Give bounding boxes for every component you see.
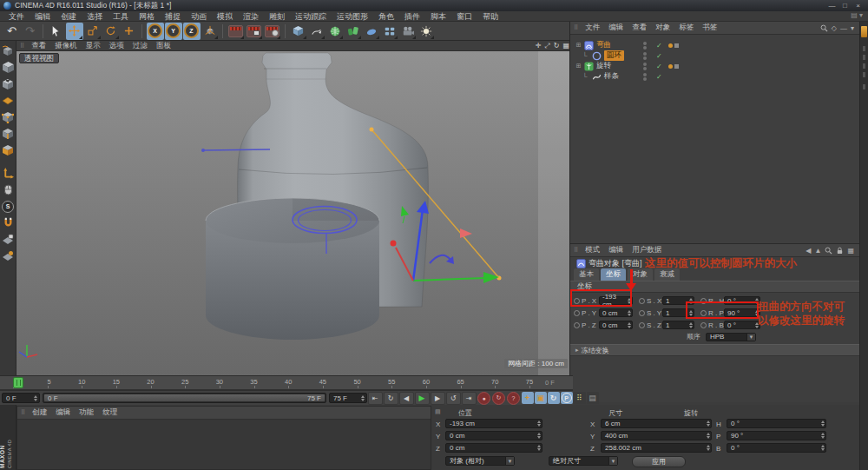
viewport-canvas[interactable] bbox=[16, 51, 573, 376]
last-tool-icon[interactable] bbox=[121, 23, 138, 40]
layout-switcher[interactable]: ▤ ▾ bbox=[851, 11, 868, 19]
coordinate-system-icon[interactable] bbox=[201, 23, 219, 40]
object-tags[interactable] bbox=[668, 43, 679, 48]
panel-grip-icon[interactable]: ⠿ bbox=[574, 247, 578, 254]
make-editable-icon[interactable] bbox=[0, 43, 16, 59]
zoom-view-icon[interactable]: ⤢ bbox=[544, 42, 549, 50]
mode-object-dropdown[interactable]: 对象 (相对)▼ bbox=[445, 456, 515, 466]
undo-icon[interactable]: ↶ bbox=[3, 23, 21, 40]
menu-item[interactable]: 运动图形 bbox=[332, 11, 373, 22]
pos-y-field[interactable]: 0 cm bbox=[445, 431, 542, 440]
sz-field[interactable]: 1 bbox=[662, 321, 694, 329]
previous-frame-icon[interactable]: ◀ bbox=[399, 392, 414, 405]
object-row-bend[interactable]: ⊞ 弯曲 ✓ bbox=[570, 40, 859, 50]
rotate-view-icon[interactable]: ↻ bbox=[554, 42, 560, 50]
lock-workplane-icon[interactable] bbox=[0, 231, 16, 248]
goto-start-icon[interactable]: ⇤ bbox=[368, 392, 383, 405]
solo-mode-icon[interactable]: S bbox=[0, 198, 16, 215]
order-dropdown[interactable]: HPB▼ bbox=[706, 333, 756, 341]
material-menu-item[interactable]: 纹理 bbox=[98, 407, 122, 418]
key-scale-icon[interactable]: ▣ bbox=[535, 392, 547, 404]
pos-x-field[interactable]: -193 cm bbox=[445, 419, 542, 428]
viewport-menu-item[interactable]: 查看 bbox=[27, 41, 50, 51]
play-icon[interactable]: ▶ bbox=[415, 392, 430, 405]
minimize-panel-icon[interactable]: — bbox=[840, 24, 847, 32]
lock-z-axis-icon[interactable]: Z bbox=[183, 23, 201, 40]
object-row-lathe[interactable]: ⊞ 旋转 ✓ bbox=[570, 61, 859, 71]
timeline-playhead[interactable] bbox=[13, 377, 23, 388]
layout-tab-icon[interactable] bbox=[861, 26, 867, 37]
expand-icon[interactable]: ⊞ bbox=[575, 42, 582, 49]
filter-icon[interactable]: ◇ bbox=[832, 24, 837, 32]
lock-icon[interactable] bbox=[836, 247, 844, 255]
add-cube-icon[interactable] bbox=[290, 23, 307, 40]
environment-icon[interactable] bbox=[363, 23, 380, 40]
mode-size-dropdown[interactable]: 绝对尺寸▼ bbox=[549, 456, 618, 466]
viewport-menu-item[interactable]: 过滤 bbox=[128, 41, 152, 51]
panel-grip-icon[interactable]: ⠿ bbox=[574, 24, 578, 31]
viewport-menu-item[interactable]: 显示 bbox=[82, 41, 105, 51]
render-picture-viewer-icon[interactable] bbox=[246, 23, 263, 40]
key-filter-icon[interactable]: ▤ bbox=[587, 392, 599, 404]
object-manager-menu-item[interactable]: 对象 bbox=[651, 23, 674, 33]
nav-up-icon[interactable]: ▲ bbox=[815, 247, 822, 255]
edit-render-settings-icon[interactable] bbox=[264, 23, 281, 40]
object-row-circle[interactable]: └ 圆环 ✓ bbox=[570, 50, 859, 61]
pan-view-icon[interactable]: ✛ bbox=[536, 42, 542, 50]
menu-item[interactable]: 工具 bbox=[108, 11, 134, 22]
menu-item[interactable]: 模拟 bbox=[212, 11, 238, 22]
key-position-icon[interactable]: + bbox=[522, 392, 534, 404]
object-manager-menu-item[interactable]: 查看 bbox=[628, 23, 651, 33]
live-selection-icon[interactable] bbox=[48, 23, 65, 40]
enable-axis-icon[interactable] bbox=[0, 165, 16, 182]
visibility-dots-icon[interactable] bbox=[643, 42, 647, 50]
rot-p-field[interactable]: 90 ° bbox=[727, 431, 826, 440]
panel-grip-icon[interactable]: ▤ bbox=[435, 408, 441, 415]
key-parameter-icon[interactable]: P bbox=[561, 392, 573, 404]
menu-item[interactable]: 角色 bbox=[373, 11, 399, 22]
material-menu-item[interactable]: 功能 bbox=[75, 407, 98, 418]
pos-z-field[interactable]: 0 cm bbox=[445, 443, 542, 453]
viewport-menu-item[interactable]: 选项 bbox=[105, 41, 128, 51]
polygons-mode-icon[interactable] bbox=[0, 142, 16, 158]
play-backwards-icon[interactable]: ↻ bbox=[384, 392, 398, 405]
light-icon[interactable] bbox=[418, 23, 435, 40]
menu-item[interactable]: 创建 bbox=[56, 11, 82, 22]
viewport-solo-icon[interactable] bbox=[0, 182, 16, 198]
menu-item[interactable]: 脚本 bbox=[425, 11, 451, 22]
edges-mode-icon[interactable] bbox=[0, 125, 16, 142]
goto-end-icon[interactable]: ⇥ bbox=[462, 392, 477, 405]
panel-grip-icon[interactable]: ⠿ bbox=[21, 409, 25, 416]
scale-tool-icon[interactable] bbox=[84, 23, 102, 40]
frame-range-slider[interactable]: 0 F 75 F bbox=[43, 393, 326, 403]
tab-basic[interactable]: 基本 bbox=[574, 268, 599, 281]
menu-item[interactable]: 帮助 bbox=[477, 11, 503, 22]
points-mode-icon[interactable] bbox=[0, 109, 16, 125]
panel-menu-icon[interactable]: ▾ bbox=[851, 24, 854, 32]
object-manager-menu-item[interactable]: 标签 bbox=[674, 23, 698, 33]
maximize-button[interactable]: □ bbox=[838, 2, 852, 10]
menu-item[interactable]: 文件 bbox=[3, 11, 30, 22]
subdivision-surface-icon[interactable] bbox=[326, 23, 344, 40]
keyframe-selection-icon[interactable]: ? bbox=[507, 392, 520, 405]
enabled-check-icon[interactable]: ✓ bbox=[656, 73, 662, 81]
menu-item[interactable]: 捕捉 bbox=[160, 11, 186, 22]
size-x-field[interactable]: 6 cm bbox=[601, 419, 712, 428]
menu-item[interactable]: 窗口 bbox=[451, 11, 477, 22]
py-field[interactable]: 0 cm bbox=[599, 308, 633, 317]
camera-icon[interactable] bbox=[399, 23, 417, 40]
deformers-icon[interactable] bbox=[345, 23, 362, 40]
object-manager-menu-item[interactable]: 文件 bbox=[581, 23, 604, 33]
workplane-snap-icon[interactable] bbox=[0, 248, 16, 264]
menu-item[interactable]: 插件 bbox=[399, 11, 425, 22]
current-frame-field[interactable]: 0 F bbox=[2, 393, 40, 403]
model-mode-icon[interactable] bbox=[0, 59, 16, 76]
visibility-dots-icon[interactable] bbox=[643, 63, 647, 70]
history-back-icon[interactable]: ◀ bbox=[806, 247, 811, 255]
search-icon[interactable] bbox=[825, 247, 832, 255]
rb-field[interactable]: 0 ° bbox=[724, 321, 760, 329]
texture-mode-icon[interactable] bbox=[0, 76, 16, 92]
spline-pen-icon[interactable] bbox=[308, 23, 326, 40]
array-icon[interactable] bbox=[381, 23, 398, 40]
panel-grip-icon[interactable]: ⠿ bbox=[20, 43, 24, 50]
